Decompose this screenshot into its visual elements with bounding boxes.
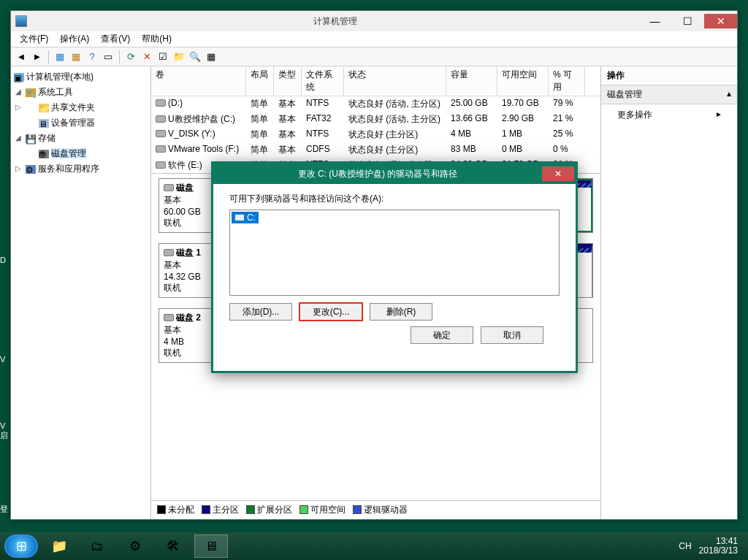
tree-shared-folders[interactable]: ▷📁共享文件夹 [14, 100, 148, 115]
change-button[interactable]: 更改(C)... [299, 303, 362, 321]
toolbar-icon[interactable]: 📁 [172, 50, 186, 64]
toolbar: ◄ ► ▦ ▦ ? ▭ ⟳ ✕ ☑ 📁 🔍 ▦ [11, 47, 737, 66]
close-button[interactable]: ✕ [704, 14, 737, 28]
dialog-label: 可用下列驱动器号和路径访问这个卷(A): [229, 193, 560, 205]
minimize-button[interactable]: — [638, 14, 671, 28]
menu-file[interactable]: 文件(F) [14, 33, 54, 45]
window-title: 计算机管理 [31, 15, 638, 28]
toolbar-icon[interactable]: ☑ [156, 50, 170, 64]
clock[interactable]: 13:41 2018/3/13 [699, 537, 738, 556]
tree-system-tools[interactable]: ◢🔧系统工具 [14, 85, 148, 100]
tree-device-manager[interactable]: 🖥设备管理器 [14, 115, 148, 131]
cancel-button[interactable]: 取消 [481, 326, 543, 344]
table-header: 卷 布局 类型 文件系统 状态 容量 可用空间 % 可用 [151, 66, 600, 96]
side-marker: 登 [0, 504, 8, 515]
actions-section[interactable]: 磁盘管理▴ [601, 85, 737, 104]
collapse-icon: ▴ [727, 88, 731, 101]
tree-storage[interactable]: ◢💾存储 [14, 131, 148, 146]
side-marker: V 启 [0, 421, 8, 441]
table-row[interactable]: U教授维护盘 (C:)简单基本FAT32状态良好 (活动, 主分区)13.66 … [151, 112, 600, 127]
refresh-icon[interactable]: ⟳ [123, 50, 138, 64]
taskbar: ⊞ 📁 🗂 ⚙ 🛠 🖥 CH 13:41 2018/3/13 [0, 532, 748, 560]
tree-pane: ▣计算机管理(本地) ◢🔧系统工具 ▷📁共享文件夹 🖥设备管理器 ◢💾存储 ⛃磁… [11, 66, 151, 519]
actions-more[interactable]: 更多操作▸ [601, 104, 737, 126]
taskbar-item[interactable]: ⚙ [118, 534, 152, 558]
taskbar-item[interactable]: 🛠 [156, 534, 190, 558]
header-free[interactable]: 可用空间 [497, 66, 549, 96]
app-icon [15, 15, 27, 27]
side-marker: D [0, 256, 6, 264]
menu-view[interactable]: 查看(V) [95, 33, 136, 45]
header-pct[interactable]: % 可用 [549, 66, 585, 96]
table-row[interactable]: VMware Tools (F:)简单基本CDFS状态良好 (主分区)83 MB… [151, 142, 600, 158]
table-row[interactable]: (D:)简单基本NTFS状态良好 (活动, 主分区)25.00 GB19.70 … [151, 96, 600, 112]
dialog-title: 更改 C: (U教授维护盘) 的驱动器号和路径 [213, 168, 542, 180]
toolbar-icon[interactable]: ▦ [204, 50, 218, 64]
legend: 未分配 主分区 扩展分区 可用空间 逻辑驱动器 [151, 500, 600, 519]
header-volume[interactable]: 卷 [151, 66, 246, 96]
taskbar-item[interactable]: 🗂 [80, 534, 114, 558]
taskbar-item[interactable]: 📁 [42, 534, 76, 558]
header-status[interactable]: 状态 [344, 66, 446, 96]
header-layout[interactable]: 布局 [246, 66, 274, 96]
volume-table: 卷 布局 类型 文件系统 状态 容量 可用空间 % 可用 (D:)简单基本NTF… [151, 66, 600, 174]
system-tray: CH 13:41 2018/3/13 [679, 537, 744, 556]
table-row[interactable]: V_DISK (Y:)简单基本NTFS状态良好 (主分区)4 MB1 MB25 … [151, 127, 600, 142]
list-item[interactable]: C: [232, 212, 259, 223]
tree-root[interactable]: ▣计算机管理(本地) [14, 69, 148, 85]
drive-paths-list[interactable]: C: [229, 210, 560, 296]
ok-button[interactable]: 确定 [411, 326, 473, 344]
add-button[interactable]: 添加(D)... [229, 303, 292, 321]
actions-pane: 操作 磁盘管理▴ 更多操作▸ [601, 66, 737, 519]
menubar: 文件(F) 操作(A) 查看(V) 帮助(H) [11, 31, 737, 47]
lang-indicator[interactable]: CH [679, 541, 691, 551]
toolbar-icon[interactable]: ▭ [101, 50, 115, 64]
titlebar: 计算机管理 — ☐ ✕ [11, 11, 737, 31]
chevron-right-icon: ▸ [717, 109, 721, 121]
tree-disk-management[interactable]: ⛃磁盘管理 [14, 146, 148, 161]
menu-action[interactable]: 操作(A) [54, 33, 95, 45]
toolbar-icon[interactable]: ▦ [53, 50, 67, 64]
header-type[interactable]: 类型 [274, 66, 302, 96]
toolbar-icon[interactable]: 🔍 [188, 50, 202, 64]
change-drive-letter-dialog: 更改 C: (U教授维护盘) 的驱动器号和路径 ✕ 可用下列驱动器号和路径访问这… [211, 161, 578, 373]
dialog-titlebar: 更改 C: (U教授维护盘) 的驱动器号和路径 ✕ [213, 164, 576, 184]
taskbar-item-active[interactable]: 🖥 [194, 534, 228, 558]
dialog-close-button[interactable]: ✕ [542, 166, 574, 181]
header-capacity[interactable]: 容量 [446, 66, 497, 96]
forward-icon[interactable]: ► [30, 50, 45, 64]
menu-help[interactable]: 帮助(H) [136, 33, 178, 45]
toolbar-icon[interactable]: ✕ [140, 50, 154, 64]
side-marker: V [0, 355, 5, 364]
back-icon[interactable]: ◄ [14, 50, 28, 64]
remove-button[interactable]: 删除(R) [370, 303, 432, 321]
start-button[interactable]: ⊞ [4, 534, 38, 558]
tree-services[interactable]: ▷⚙服务和应用程序 [14, 161, 148, 177]
header-fs[interactable]: 文件系统 [302, 66, 344, 96]
maximize-button[interactable]: ☐ [671, 14, 704, 28]
actions-header: 操作 [601, 66, 737, 85]
toolbar-icon[interactable]: ▦ [69, 50, 83, 64]
help-icon[interactable]: ? [85, 50, 99, 64]
